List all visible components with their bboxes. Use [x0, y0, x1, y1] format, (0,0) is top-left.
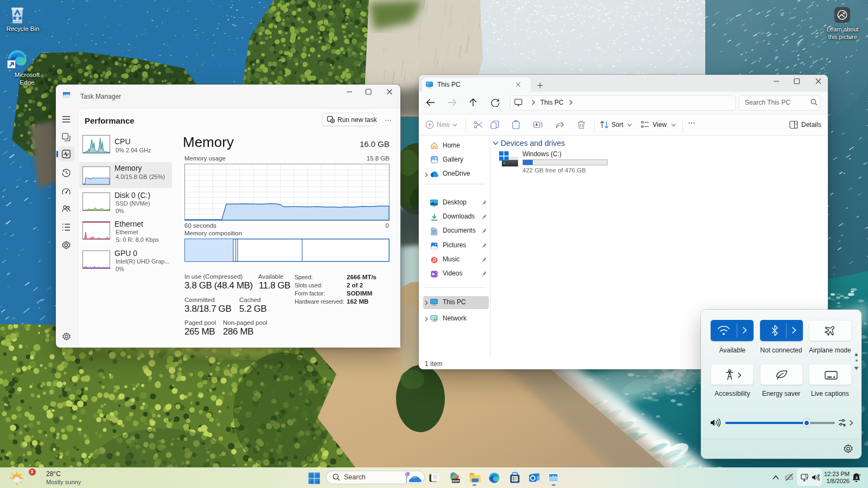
svg-text:z: z — [859, 473, 861, 476]
svg-text:M365: M365 — [452, 479, 459, 483]
svg-text:z: z — [856, 476, 858, 479]
